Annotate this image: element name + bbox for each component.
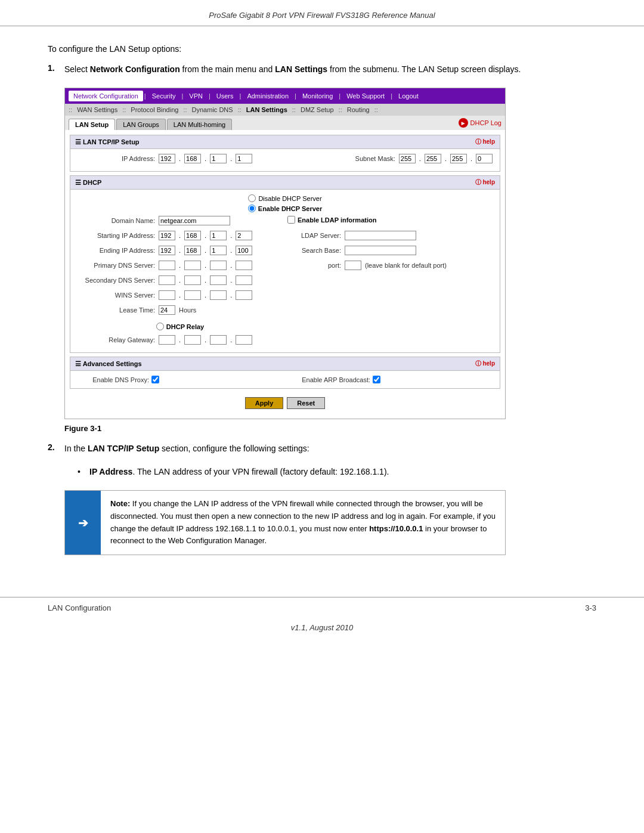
nav-monitoring[interactable]: Monitoring [298, 91, 338, 101]
reset-button[interactable]: Reset [287, 397, 325, 409]
wins-oct2[interactable] [184, 290, 201, 300]
lease-time-input[interactable] [159, 305, 175, 315]
subnav-wan-settings[interactable]: WAN Settings [75, 106, 120, 114]
wins-server-row: WINS Server: . . . [78, 290, 283, 300]
bullet-ip-rest: . The LAN address of your VPN firewall (… [132, 467, 389, 476]
starting-ip-oct3[interactable] [210, 231, 227, 240]
dhcp-section: ☰ DHCP ⓘ help Disable DHCP Server Enable… [70, 175, 500, 353]
secondary-dns-oct4[interactable] [236, 275, 252, 285]
nav-users[interactable]: Users [212, 91, 239, 101]
step-1-content: Select Network Configuration from the ma… [64, 63, 521, 76]
starting-ip-oct4[interactable] [236, 231, 252, 240]
dns-proxy-checkbox[interactable] [151, 376, 159, 383]
ending-ip-oct4[interactable] [236, 246, 252, 255]
subnav-lan-settings[interactable]: LAN Settings [244, 106, 290, 114]
wins-oct4[interactable] [236, 290, 252, 300]
primary-dns-oct4[interactable] [236, 261, 252, 270]
primary-dns-oct1[interactable] [159, 261, 175, 270]
dhcp-relay-radio[interactable] [156, 323, 164, 330]
dhcp-right-col: Enable LDAP information LDAP Server: Sea… [287, 216, 493, 348]
ending-ip-oct2[interactable] [184, 246, 201, 255]
main-content: To configure the LAN Setup options: 1. S… [0, 26, 644, 585]
step-1: 1. Select Network Configuration from the… [48, 63, 596, 76]
nav-administration[interactable]: Administration [242, 91, 293, 101]
disable-dhcp-radio[interactable] [248, 194, 256, 202]
lan-tcpip-title: ☰ LAN TCP/IP Setup [75, 138, 140, 146]
secondary-dns-oct1[interactable] [159, 275, 175, 285]
enable-ldap-checkbox[interactable] [287, 216, 295, 224]
apply-button[interactable]: Apply [245, 397, 284, 409]
tab-lan-groups[interactable]: LAN Groups [116, 119, 166, 130]
starting-ip-oct1[interactable] [159, 231, 175, 240]
advanced-help[interactable]: ⓘ help [475, 360, 495, 368]
arp-broadcast-checkbox[interactable] [373, 376, 380, 383]
starting-ip-oct2[interactable] [184, 231, 201, 240]
relay-gw-oct1[interactable] [159, 335, 175, 345]
dhcp-log-icon: ► [459, 118, 468, 128]
disable-dhcp-label: Disable DHCP Server [258, 195, 321, 202]
subnav-routing[interactable]: Routing [345, 106, 372, 114]
enable-dhcp-radio[interactable] [248, 205, 256, 212]
starting-ip-row: Starting IP Address: . . . [78, 231, 283, 240]
search-base-label: Search Base: [287, 247, 341, 254]
ip-address-oct4[interactable] [236, 154, 252, 163]
primary-dns-oct3[interactable] [210, 261, 227, 270]
tab-lan-multi-homing[interactable]: LAN Multi-homing [167, 119, 232, 130]
ip-address-oct3[interactable] [210, 154, 227, 163]
nav-web-support[interactable]: Web Support [342, 91, 389, 101]
subnet-oct2[interactable] [425, 154, 441, 163]
primary-dns-oct2[interactable] [184, 261, 201, 270]
enable-dhcp-row: Enable DHCP Server [248, 205, 322, 212]
nav-logout[interactable]: Logout [394, 91, 423, 101]
lease-time-row: Lease Time: Hours [78, 305, 283, 315]
ip-address-oct2[interactable] [184, 154, 201, 163]
relay-gw-oct3[interactable] [210, 335, 227, 345]
dhcp-help[interactable]: ⓘ help [475, 178, 495, 187]
note-arrow-icon: ➔ [72, 512, 94, 534]
dhcp-body: Disable DHCP Server Enable DHCP Server D… [70, 190, 500, 352]
relay-gw-oct2[interactable] [184, 335, 201, 345]
search-base-input[interactable] [345, 246, 416, 255]
lan-tcpip-section: ☰ LAN TCP/IP Setup ⓘ help IP Address: . … [70, 135, 500, 172]
nav-network-configuration[interactable]: Network Configuration [69, 91, 143, 101]
note-bold: Note: [110, 499, 130, 508]
secondary-dns-oct2[interactable] [184, 275, 201, 285]
subnet-oct3[interactable] [450, 154, 467, 163]
tab-lan-setup[interactable]: LAN Setup [69, 119, 115, 130]
ending-ip-label: Ending IP Address: [78, 247, 155, 254]
relay-gw-oct4[interactable] [236, 335, 252, 345]
figure-label: Figure 3-1 [64, 424, 596, 433]
subnav-dmz-setup[interactable]: DMZ Setup [298, 106, 336, 114]
primary-dns-row: Primary DNS Server: . . . [78, 261, 283, 270]
button-bar: Apply Reset [70, 392, 500, 414]
subnet-oct1[interactable] [399, 154, 416, 163]
port-row: port: (leave blank for default port) [287, 261, 493, 270]
domain-name-input[interactable] [159, 216, 230, 225]
subnet-oct4[interactable] [476, 154, 493, 163]
sub-nav-bar: :: WAN Settings :: Protocol Binding :: D… [65, 104, 505, 116]
dhcp-log-label[interactable]: DHCP Log [470, 119, 501, 126]
wins-oct1[interactable] [159, 290, 175, 300]
advanced-section: ☰ Advanced Settings ⓘ help Enable DNS Pr… [70, 357, 500, 389]
step-1-bold1: Network Configuration [90, 64, 180, 74]
dhcp-left-col: Domain Name: Starting IP Address: . . [78, 216, 283, 348]
ip-address-oct1[interactable] [159, 154, 175, 163]
ldap-server-input[interactable] [345, 231, 416, 240]
dhcp-two-panel: Domain Name: Starting IP Address: . . [78, 216, 493, 348]
wins-server-label: WINS Server: [78, 292, 155, 299]
subnav-dynamic-dns[interactable]: Dynamic DNS [190, 106, 236, 114]
header-title: ProSafe Gigabit 8 Port VPN Firewall FVS3… [209, 11, 435, 20]
step-1-text-after: from the submenu. The LAN Setup screen d… [327, 64, 521, 74]
nav-vpn[interactable]: VPN [184, 91, 208, 101]
port-input[interactable] [345, 261, 361, 270]
secondary-dns-oct3[interactable] [210, 275, 227, 285]
nav-security[interactable]: Security [147, 91, 181, 101]
tab-bar: LAN Setup LAN Groups LAN Multi-homing ► … [65, 116, 505, 130]
wins-oct3[interactable] [210, 290, 227, 300]
step-1-text-before: Select [64, 64, 90, 74]
ending-ip-oct3[interactable] [210, 246, 227, 255]
ending-ip-oct1[interactable] [159, 246, 175, 255]
subnav-protocol-binding[interactable]: Protocol Binding [128, 106, 181, 114]
advanced-body: Enable DNS Proxy: Enable ARP Broadcast: [70, 371, 500, 388]
lan-tcpip-help[interactable]: ⓘ help [475, 138, 495, 146]
